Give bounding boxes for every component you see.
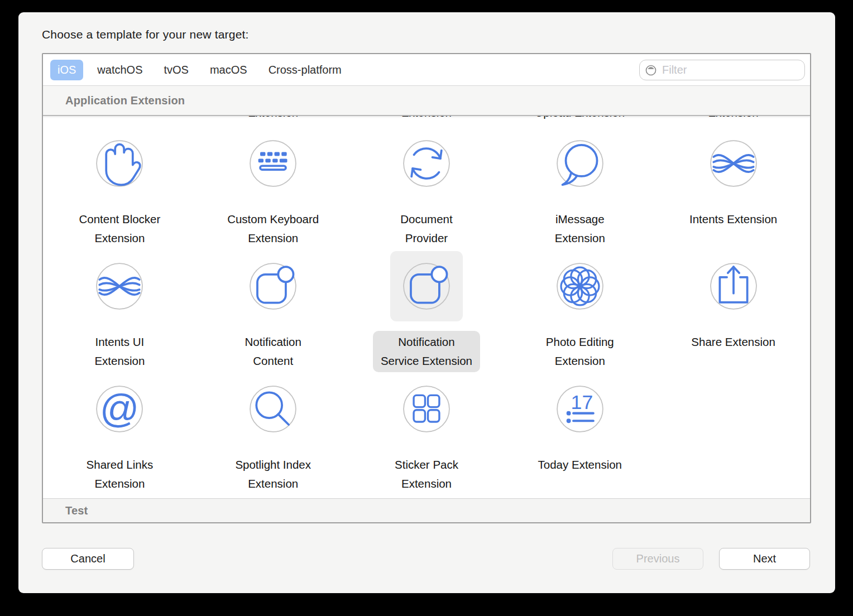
new-target-template-dialog: Choose a template for your new target: i…	[18, 12, 835, 593]
template-item-custom-keyboard-extension[interactable]: Custom Keyboard Extension	[197, 117, 350, 240]
template-grid-viewport[interactable]: ExtensionExtensionUpload ExtensionExtens…	[43, 116, 810, 498]
at-sign-icon: @	[83, 374, 156, 444]
template-item-label: Today Extension	[503, 454, 656, 498]
template-item-notification-service-extension[interactable]: Notification Service Extension	[350, 240, 504, 363]
template-item-label: Sticker Pack Extension	[350, 454, 504, 498]
platform-tabbar: iOSwatchOStvOSmacOSCross-platform	[43, 54, 810, 86]
sticker-pack-icon	[390, 374, 463, 444]
dialog-title: Choose a template for your new target:	[42, 28, 249, 41]
hand-icon	[83, 128, 156, 199]
tab-watchos[interactable]: watchOS	[90, 60, 150, 80]
filter-icon	[645, 64, 657, 76]
template-chooser-panel: iOSwatchOStvOSmacOSCross-platform Applic…	[42, 53, 811, 523]
filter-field[interactable]	[639, 60, 805, 80]
template-item-label: Shared Links Extension	[43, 454, 197, 498]
template-item-spotlight-index-extension[interactable]: Spotlight Index Extension	[197, 363, 350, 485]
previous-button[interactable]: Previous	[612, 548, 703, 570]
section-header-test: Test	[43, 498, 810, 522]
today-calendar-icon: 17	[544, 374, 616, 444]
photos-flower-icon	[544, 251, 616, 321]
template-item-notification-content-extension[interactable]: Notification Content Extension	[197, 240, 350, 363]
tab-macos[interactable]: macOS	[203, 60, 255, 80]
waves-icon	[83, 251, 156, 321]
template-item-imessage-extension[interactable]: iMessage Extension	[503, 117, 656, 240]
waves-icon	[697, 128, 770, 199]
template-item-label: Share Extension	[656, 331, 810, 376]
template-item-share-extension[interactable]: Share Extension	[656, 240, 810, 363]
template-item-today-extension[interactable]: 17 Today Extension	[503, 363, 656, 485]
speech-bubble-icon	[544, 128, 616, 199]
template-item-photo-editing-extension[interactable]: Photo Editing Extension	[503, 240, 656, 363]
template-item-intents-ui-extension[interactable]: Intents UI Extension	[43, 240, 197, 363]
template-item-document-provider[interactable]: Document Provider	[350, 117, 504, 240]
next-button[interactable]: Next	[719, 548, 810, 570]
tab-cross-platform[interactable]: Cross-platform	[261, 60, 349, 80]
section-header-application-extension: Application Extension	[43, 86, 810, 116]
notification-icon	[237, 251, 309, 321]
cancel-button[interactable]: Cancel	[42, 548, 134, 570]
tab-ios[interactable]: iOS	[50, 60, 83, 80]
template-item-shared-links-extension[interactable]: @Shared Links Extension	[43, 363, 197, 485]
notification-icon	[390, 251, 463, 321]
template-item-sticker-pack-extension[interactable]: Sticker Pack Extension	[350, 363, 504, 485]
filter-input[interactable]	[661, 63, 799, 77]
magnifier-icon	[237, 374, 309, 444]
svg-text:@: @	[100, 387, 140, 430]
share-icon	[697, 251, 770, 321]
tab-tvos[interactable]: tvOS	[157, 60, 196, 80]
keyboard-icon	[237, 128, 309, 199]
template-item-content-blocker-extension[interactable]: Content Blocker Extension	[43, 117, 197, 240]
svg-text:17: 17	[571, 391, 593, 413]
template-item-label: Spotlight Index Extension	[197, 454, 350, 498]
template-grid: Content Blocker Extension Custom Keyboar…	[43, 117, 810, 485]
template-item-intents-extension[interactable]: Intents Extension	[656, 117, 810, 240]
refresh-icon	[390, 128, 463, 199]
